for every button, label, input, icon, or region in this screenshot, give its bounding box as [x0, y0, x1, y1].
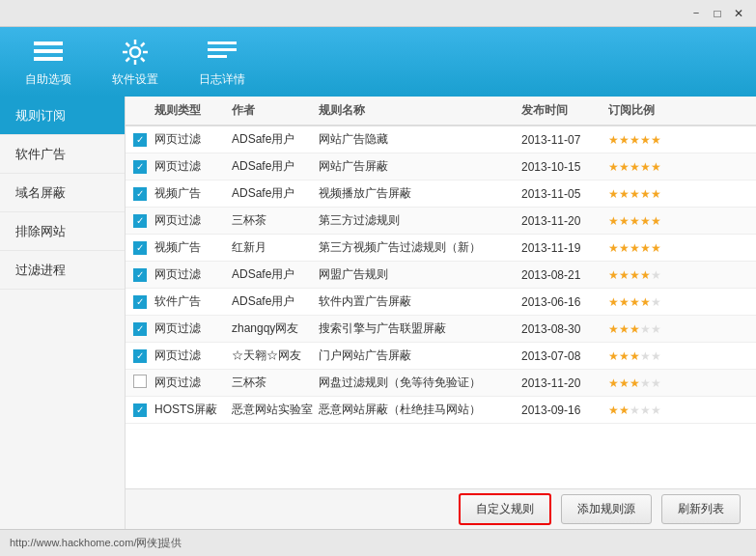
row-8-author: ☆天翱☆网友: [232, 348, 319, 364]
row-2-author: ADSafe用户: [232, 185, 319, 202]
row-7-type: 网页过滤: [154, 320, 232, 337]
row-5-check: [126, 267, 154, 282]
row-8-name: 门户网站广告屏蔽: [319, 348, 521, 364]
row-5-stars: ★★★★★: [608, 268, 686, 282]
row-7-stars: ★★★★★: [608, 322, 686, 336]
row-6-check: [126, 294, 154, 309]
row-2-stars: ★★★★★: [608, 187, 686, 201]
row-5-date: 2013-08-21: [521, 268, 608, 282]
row-3-type: 网页过滤: [154, 212, 232, 229]
row-6-date: 2013-06-16: [521, 295, 608, 309]
toolbar-icon-logs: [205, 37, 239, 68]
sidebar-item-filter-process[interactable]: 过滤进程: [0, 251, 125, 290]
row-9-date: 2013-11-20: [521, 376, 608, 390]
toolbar-item-logs[interactable]: 日志详情: [193, 37, 251, 88]
row-4-date: 2013-11-19: [521, 241, 608, 255]
row-4-check: [126, 240, 154, 255]
row-1-author: ADSafe用户: [232, 158, 319, 175]
row-10-date: 2013-09-16: [521, 403, 608, 417]
row-3-checkbox[interactable]: [133, 214, 147, 228]
row-0-author: ADSafe用户: [232, 131, 319, 148]
row-9-name: 网盘过滤规则（免等待免验证）: [319, 375, 521, 391]
row-1-check: [126, 159, 154, 174]
row-3-check: [126, 213, 154, 228]
row-10-checkbox[interactable]: [133, 403, 147, 417]
row-9-checkbox[interactable]: [133, 375, 147, 388]
col-header-author: 作者: [232, 102, 319, 119]
table-row: 网页过滤三杯茶第三方过滤规则2013-11-20★★★★★: [126, 208, 756, 235]
row-3-name: 第三方过滤规则: [319, 212, 521, 229]
toolbar-icon-settings: [118, 37, 153, 68]
table-row: 视频广告红新月第三方视频广告过滤规则（新）2013-11-19★★★★★: [126, 235, 756, 262]
sidebar-item-exclude-site[interactable]: 排除网站: [0, 212, 125, 251]
row-1-name: 网站广告屏蔽: [319, 158, 521, 175]
row-10-type: HOSTS屏蔽: [154, 402, 232, 418]
toolbar-item-settings[interactable]: 软件设置: [106, 37, 164, 88]
row-0-stars: ★★★★★: [608, 133, 686, 147]
svg-rect-5: [34, 57, 40, 61]
row-1-checkbox[interactable]: [133, 160, 147, 174]
row-5-type: 网页过滤: [154, 266, 232, 283]
custom-rule-button[interactable]: 自定义规则: [459, 493, 551, 525]
row-2-checkbox[interactable]: [133, 187, 147, 201]
row-3-stars: ★★★★★: [608, 214, 686, 228]
row-8-type: 网页过滤: [154, 348, 232, 364]
row-4-checkbox[interactable]: [133, 241, 147, 255]
row-1-stars: ★★★★★: [608, 160, 686, 174]
col-header-name: 规则名称: [319, 102, 521, 119]
row-8-check: [126, 348, 154, 363]
row-7-author: zhangqy网友: [232, 320, 319, 337]
row-2-date: 2013-11-05: [521, 187, 608, 201]
toolbar-label-settings: 软件设置: [112, 71, 158, 88]
row-6-checkbox[interactable]: [133, 295, 147, 309]
row-8-date: 2013-07-08: [521, 349, 608, 363]
row-5-name: 网盟广告规则: [319, 266, 521, 283]
row-3-author: 三杯茶: [232, 212, 319, 229]
toolbar: 自助选项 软件设置 日志详情: [0, 27, 756, 97]
row-7-checkbox[interactable]: [133, 322, 147, 336]
svg-line-14: [126, 58, 130, 62]
row-2-name: 视频播放广告屏蔽: [319, 185, 521, 202]
refresh-button[interactable]: 刷新列表: [661, 494, 741, 524]
status-bar: http://www.hackhome.com/网侠]提供: [0, 529, 756, 556]
table-header: 规则类型 作者 规则名称 发布时间 订阅比例: [126, 97, 756, 126]
row-0-checkbox[interactable]: [133, 133, 147, 147]
row-5-checkbox[interactable]: [133, 268, 147, 282]
row-0-name: 网站广告隐藏: [319, 131, 521, 148]
sidebar-item-domain-block[interactable]: 域名屏蔽: [0, 174, 125, 212]
row-4-type: 视频广告: [154, 239, 232, 256]
svg-rect-17: [208, 55, 227, 58]
row-0-type: 网页过滤: [154, 131, 232, 148]
col-header-stars: 订阅比例: [608, 102, 686, 119]
add-source-button[interactable]: 添加规则源: [561, 494, 652, 524]
row-10-check: [126, 403, 154, 417]
content-area: 规则类型 作者 规则名称 发布时间 订阅比例 网页过滤ADSafe用户网站广告隐…: [126, 97, 756, 529]
row-8-checkbox[interactable]: [133, 349, 147, 363]
row-4-stars: ★★★★★: [608, 241, 686, 255]
svg-line-13: [141, 42, 145, 46]
table-row: 视频广告ADSafe用户视频播放广告屏蔽2013-11-05★★★★★: [126, 181, 756, 208]
table-body: 网页过滤ADSafe用户网站广告隐藏2013-11-07★★★★★网页过滤ADS…: [126, 126, 756, 488]
svg-rect-15: [208, 42, 237, 44]
sidebar-item-software-ads[interactable]: 软件广告: [0, 135, 125, 174]
sidebar-item-rule-subscribe[interactable]: 规则订阅: [0, 97, 125, 135]
toolbar-item-self-help[interactable]: 自助选项: [19, 37, 77, 88]
row-3-date: 2013-11-20: [521, 214, 608, 228]
close-button[interactable]: ✕: [729, 4, 748, 23]
row-10-name: 恶意网站屏蔽（杜绝挂马网站）: [319, 402, 521, 418]
row-0-check: [126, 132, 154, 147]
table-row: 网页过滤zhangqy网友搜索引擎与广告联盟屏蔽2013-08-30★★★★★: [126, 316, 756, 343]
row-9-author: 三杯茶: [232, 375, 319, 391]
table-row: HOSTS屏蔽恶意网站实验室恶意网站屏蔽（杜绝挂马网站）2013-09-16★★…: [126, 397, 756, 424]
row-9-stars: ★★★★★: [608, 376, 686, 390]
toolbar-label-logs: 日志详情: [199, 71, 245, 88]
row-6-author: ADSafe用户: [232, 293, 319, 310]
maximize-button[interactable]: □: [708, 4, 727, 23]
svg-line-11: [126, 42, 130, 46]
row-9-type: 网页过滤: [154, 375, 232, 391]
table-row: 网页过滤ADSafe用户网站广告隐藏2013-11-07★★★★★: [126, 126, 756, 153]
col-header-type: 规则类型: [154, 102, 232, 119]
minimize-button[interactable]: －: [686, 4, 706, 23]
row-7-name: 搜索引擎与广告联盟屏蔽: [319, 320, 521, 337]
main-container: 规则订阅软件广告域名屏蔽排除网站过滤进程 规则类型 作者 规则名称 发布时间 订…: [0, 97, 756, 529]
